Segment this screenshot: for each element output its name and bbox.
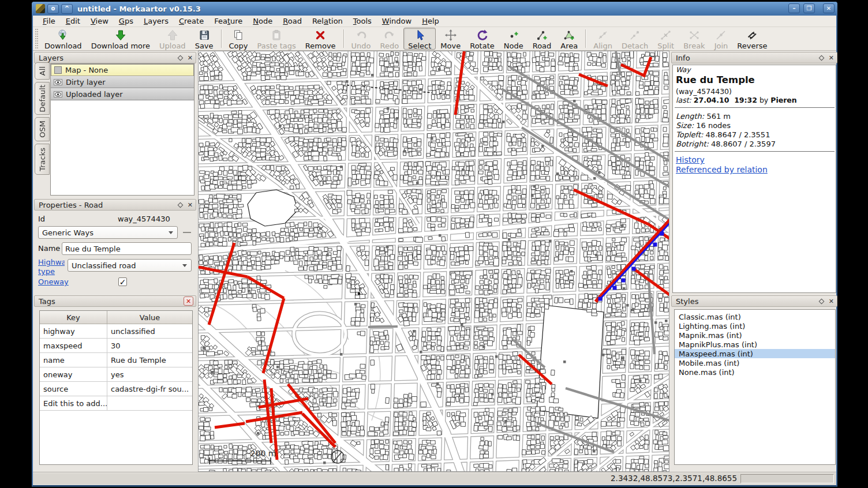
oneway-link[interactable]: Oneway (38, 277, 69, 286)
info-float-icon[interactable] (818, 55, 824, 61)
rotate-button[interactable]: Rotate (465, 28, 499, 50)
layer-row-1[interactable]: Map - None (51, 64, 194, 76)
style-item-1[interactable]: Classic.mas (int) (675, 312, 835, 321)
app-icon (36, 4, 45, 13)
layers-tab-tracks[interactable]: Tracks (35, 144, 50, 175)
detach-icon (628, 29, 641, 42)
info-link-history[interactable]: History (676, 155, 705, 164)
info-link-referenced-by-relation[interactable]: Referenced by relation (676, 165, 768, 174)
menu-tools[interactable]: Tools (348, 16, 377, 26)
menu-window[interactable]: Window (377, 16, 417, 26)
properties-close-icon[interactable]: ✕ (188, 202, 193, 208)
reverse-button[interactable]: Reverse (732, 28, 772, 50)
tags-panel-title: Tags (34, 295, 196, 307)
menu-gps[interactable]: Gps (114, 16, 139, 26)
tag-key[interactable]: Edit this to add... (40, 396, 107, 410)
oneway-checkbox[interactable]: ✓ (118, 277, 127, 286)
svg-text:200 m: 200 m (250, 449, 276, 458)
title-bar[interactable]: o ^ untitled - Merkaartor v0.15.3 – ❐ ✕ (32, 2, 837, 16)
road-button[interactable]: Road (528, 28, 556, 50)
tag-row[interactable]: Edit this to add... (40, 396, 192, 411)
combo-resize-handle[interactable] (183, 232, 191, 233)
tag-value[interactable]: 30 (107, 339, 192, 352)
layer-row-2[interactable]: Dirty layer (51, 76, 194, 88)
tag-key[interactable]: oneway (40, 367, 107, 381)
highway-type-link[interactable]: Highway type (38, 258, 65, 276)
redo-icon (383, 29, 396, 42)
restore-button[interactable]: ❐ (803, 3, 815, 13)
info-last: last: 27.04.10 19:32 by Pieren (676, 96, 797, 104)
close-button[interactable]: ✕ (823, 3, 835, 13)
menu-node[interactable]: Node (248, 16, 278, 26)
tag-value[interactable]: Rue du Temple (107, 353, 192, 367)
download-button[interactable]: Download (40, 28, 87, 50)
move-button[interactable]: Move (436, 28, 465, 50)
tag-key[interactable]: highway (40, 324, 107, 338)
tag-key[interactable]: source (40, 382, 107, 396)
menu-relation[interactable]: Relation (307, 16, 348, 26)
tag-row[interactable]: sourcecadastre-dgi-fr sou... (40, 382, 192, 396)
download-more-button[interactable]: Download more (87, 28, 155, 50)
tags-col-key[interactable]: Key (40, 311, 107, 324)
download-icon (57, 29, 69, 42)
remove-button[interactable]: Remove (301, 28, 341, 50)
select-icon (413, 29, 426, 42)
break-button: Break (679, 28, 709, 50)
style-item-7[interactable]: None.mas (int) (675, 367, 835, 377)
app-window: o ^ untitled - Merkaartor v0.15.3 – ❐ ✕ … (32, 2, 837, 487)
map-view[interactable]: 200 m (198, 51, 669, 472)
toolbar-handle[interactable] (35, 29, 38, 48)
name-input[interactable]: Rue du Temple (62, 242, 192, 255)
save-button[interactable]: Save (190, 28, 218, 50)
tags-col-value[interactable]: Value (107, 311, 192, 324)
layers-float-icon[interactable] (177, 55, 183, 61)
tag-value[interactable] (107, 396, 192, 410)
layer-label: Uploaded layer (66, 90, 123, 99)
style-item-4[interactable]: MapnikPlus.mas (int) (675, 340, 835, 349)
layers-tab-default[interactable]: Default (35, 82, 50, 115)
style-item-6[interactable]: Mobile.mas (int) (675, 358, 835, 367)
menu-road[interactable]: Road (278, 16, 307, 26)
tag-row[interactable]: maxspeed30 (40, 339, 192, 353)
style-item-3[interactable]: Mapnik.mas (int) (675, 331, 835, 340)
toolbar: DownloadDownload moreUploadSaveCopyPaste… (33, 27, 836, 51)
menu-edit[interactable]: Edit (61, 16, 85, 26)
layer-row-3[interactable]: Uploaded layer (51, 88, 194, 100)
area-button[interactable]: Area (556, 28, 582, 50)
tag-row[interactable]: highwayunclassified (40, 324, 192, 339)
menu-file[interactable]: File (38, 16, 61, 26)
info-close-icon[interactable]: ✕ (829, 55, 834, 61)
select-button[interactable]: Select (403, 28, 436, 50)
style-item-2[interactable]: Lighting.mas (int) (675, 321, 835, 331)
layers-tab-all[interactable]: All (35, 62, 50, 80)
copy-button[interactable]: Copy (225, 28, 253, 50)
tag-row[interactable]: onewayyes (40, 367, 192, 382)
info-size: Size: 16 nodes (676, 121, 731, 130)
highway-type-combobox[interactable]: Unclassified road (68, 259, 192, 272)
menu-help[interactable]: Help (417, 16, 444, 26)
menu-layers[interactable]: Layers (139, 16, 174, 26)
menu-feature[interactable]: Feature (209, 16, 248, 26)
tag-value[interactable]: unclassified (107, 324, 192, 338)
tag-row[interactable]: nameRue du Temple (40, 353, 192, 367)
window-menu-button[interactable]: o (47, 4, 59, 14)
tag-value[interactable]: cadastre-dgi-fr sou... (107, 382, 192, 396)
shade-button[interactable]: ^ (61, 4, 73, 14)
properties-float-icon[interactable] (177, 202, 183, 208)
tag-key[interactable]: maxspeed (40, 339, 107, 352)
tag-value[interactable]: yes (107, 367, 192, 381)
layers-close-icon[interactable]: ✕ (188, 55, 193, 61)
style-item-5[interactable]: Maxspeed.mas (int) (675, 349, 835, 358)
layers-tab-osm[interactable]: OSM (35, 117, 50, 141)
styles-float-icon[interactable] (818, 298, 824, 304)
styles-close-icon[interactable]: ✕ (829, 298, 834, 305)
upload-icon (166, 29, 179, 42)
minimize-button[interactable]: – (788, 3, 800, 13)
menu-create[interactable]: Create (174, 16, 209, 26)
node-button[interactable]: Node (499, 28, 528, 50)
preset-combobox[interactable]: Generic Ways (38, 226, 178, 239)
tags-close-button[interactable]: ✕ (184, 296, 193, 306)
statusbar-field (740, 474, 834, 483)
tag-key[interactable]: name (40, 353, 107, 367)
menu-view[interactable]: View (85, 16, 114, 26)
